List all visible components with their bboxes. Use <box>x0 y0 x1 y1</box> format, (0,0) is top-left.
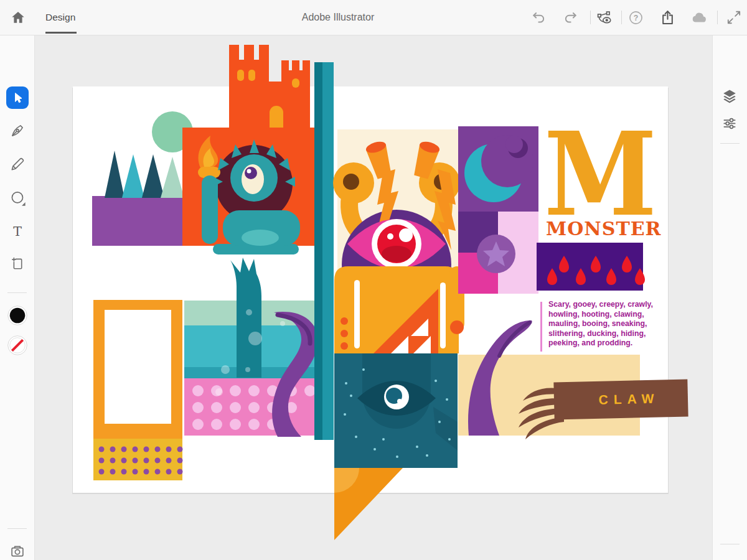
stroke-none-icon <box>6 334 29 357</box>
camera-icon <box>9 543 26 559</box>
fill-swatch[interactable] <box>5 303 30 328</box>
share-button[interactable] <box>659 9 676 26</box>
toolbar-separator <box>621 11 622 24</box>
tools-panel: T <box>0 35 35 560</box>
cloud-sync-icon <box>690 9 708 26</box>
layers-panel-icon <box>721 88 738 104</box>
toolbar-separator <box>590 11 591 24</box>
home-button[interactable] <box>9 9 27 27</box>
svg-text:?: ? <box>633 14 638 22</box>
redo-icon <box>562 9 578 26</box>
panels-divider <box>720 143 740 144</box>
top-bar: Design Adobe Illustrator ? <box>0 0 747 35</box>
panels-divider <box>720 544 740 544</box>
fullscreen-icon <box>726 9 742 26</box>
text-tool-icon: T <box>9 223 26 240</box>
artwork-monogram[interactable]: M <box>544 116 657 232</box>
artboard-tool[interactable] <box>5 251 30 276</box>
ellipse-icon <box>9 190 26 207</box>
help-icon: ? <box>627 9 644 26</box>
teal-pillar[interactable] <box>314 62 334 440</box>
properties-panel-icon <box>721 115 738 131</box>
app-title: Adobe Illustrator <box>302 0 375 34</box>
claw-banner-label[interactable]: CLAW <box>553 380 688 420</box>
grid-settings-button[interactable] <box>717 558 742 560</box>
text-tool[interactable]: T <box>5 219 30 244</box>
moon-tile[interactable] <box>458 126 538 212</box>
undo-icon <box>531 9 547 26</box>
night-eye-tile[interactable] <box>334 353 458 468</box>
select-tool[interactable] <box>6 86 29 109</box>
fill-color-icon <box>6 304 29 327</box>
toolbar-separator <box>717 11 718 24</box>
canvas-area[interactable]: M MONSTER Scary, gooey, creepy, crawly, … <box>35 35 712 560</box>
home-icon <box>10 9 26 26</box>
illustrator-window: Design Adobe Illustrator ? <box>0 0 747 560</box>
blood-tile[interactable] <box>537 243 645 291</box>
artboard-icon <box>9 256 26 272</box>
properties-panel-button[interactable] <box>717 111 742 136</box>
tab-design-label: Design <box>45 12 75 23</box>
dotted-block[interactable] <box>93 439 183 480</box>
help-button[interactable]: ? <box>627 9 644 26</box>
ellipse-tool[interactable] <box>5 185 30 210</box>
selection-cursor-icon <box>10 90 25 105</box>
pen-icon <box>9 123 26 139</box>
artwork-description[interactable]: Scary, gooey, creepy, crawly, howling, h… <box>548 300 654 348</box>
layers-panel-button[interactable] <box>717 83 742 108</box>
pen-tool[interactable] <box>5 118 30 143</box>
pencil-tool[interactable] <box>5 152 30 177</box>
tools-divider <box>7 292 27 293</box>
description-accent-line <box>540 302 542 352</box>
share-icon <box>659 9 676 26</box>
artwork-title[interactable]: MONSTER <box>546 218 662 240</box>
panels-bar <box>712 35 747 560</box>
tools-divider <box>7 528 27 529</box>
redo-button[interactable] <box>561 9 579 26</box>
fullscreen-button[interactable] <box>725 9 743 26</box>
tab-design[interactable]: Design <box>45 0 75 35</box>
pattern-tiles[interactable] <box>458 212 538 294</box>
outline-preview-icon <box>596 9 613 26</box>
cloud-sync-button[interactable] <box>690 9 708 26</box>
stroke-swatch[interactable] <box>5 333 30 358</box>
undo-button[interactable] <box>530 9 548 26</box>
camera-tool[interactable] <box>5 539 30 560</box>
svg-text:T: T <box>13 224 22 239</box>
purple-block[interactable] <box>92 196 184 246</box>
outline-preview-button[interactable] <box>595 9 613 26</box>
tab-active-underline <box>45 32 77 34</box>
photo-frame[interactable] <box>93 300 182 439</box>
pencil-icon <box>9 156 26 172</box>
